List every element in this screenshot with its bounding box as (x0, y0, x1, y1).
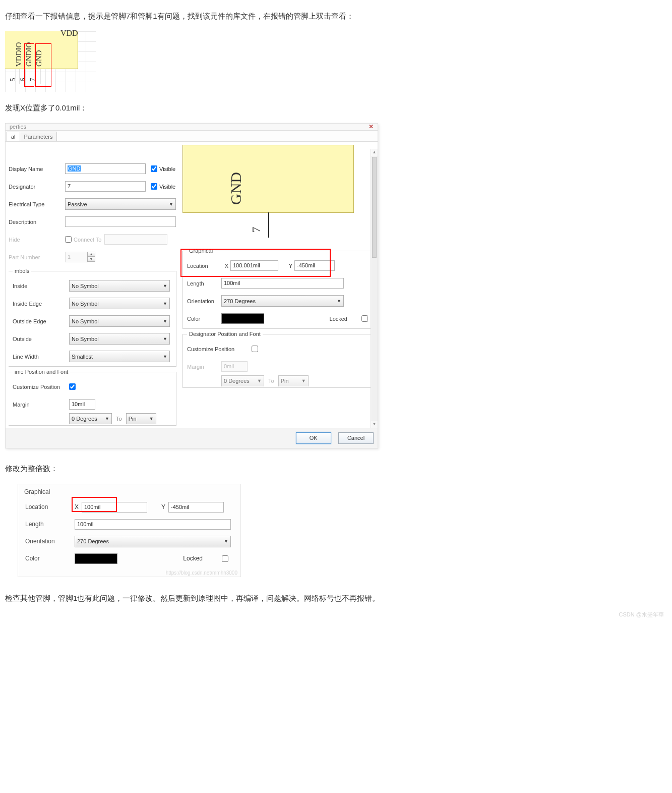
input-length-2[interactable]: 100mil (75, 519, 231, 530)
label-inside-edge: Inside Edge (13, 301, 69, 307)
highlight-box-pin6 (24, 43, 34, 87)
label-outside: Outside (13, 336, 69, 342)
label-y-2: Y (147, 503, 165, 511)
paragraph-4: 检查其他管脚，管脚1也有此问题，一律修改。然后更新到原理图中，再编译，问题解决。… (5, 592, 667, 604)
graphical-fixed-box: Graphical Location X 100mil Y -450mil Le… (18, 484, 241, 577)
close-icon[interactable]: ✕ (369, 124, 374, 130)
label-desig-to: To (268, 378, 274, 384)
paragraph-3: 修改为整倍数： (5, 463, 667, 475)
input-desig-margin: 0mil (221, 361, 248, 372)
checkbox-locked[interactable] (361, 315, 368, 322)
label-electrical-type: Electrical Type (9, 201, 65, 207)
label-visible-2: Visible (159, 184, 175, 190)
input-location-y-2[interactable]: -450mil (168, 502, 224, 513)
label-customize-desig: Customize Position (187, 346, 252, 352)
combo-inside-edge[interactable]: No Symbol▼ (69, 298, 170, 309)
group-graphical-2: Graphical (24, 488, 233, 495)
checkbox-visible-designator[interactable] (151, 183, 157, 190)
highlight-box-location (180, 249, 331, 277)
pin-preview: GND (182, 145, 354, 213)
watermark-csdn: CSDN @水墨年華 (619, 611, 664, 618)
checkbox-customize-desig-position[interactable] (252, 346, 258, 352)
checkbox-visible-name[interactable] (151, 165, 157, 172)
combo-orientation[interactable]: 270 Degrees▼ (221, 295, 344, 307)
combo-inside[interactable]: No Symbol▼ (69, 280, 170, 292)
label-orientation-2: Orientation (25, 538, 75, 545)
highlight-box-pin7 (35, 43, 51, 87)
input-description[interactable] (65, 216, 176, 227)
input-name-margin[interactable]: 10mil (69, 399, 95, 410)
tab-parameters[interactable]: Parameters (20, 132, 57, 141)
scroll-up-icon[interactable]: ▲ (371, 149, 378, 156)
dialog-titlebar: perties ✕ (6, 124, 378, 131)
scroll-down-icon[interactable]: ▼ (371, 421, 378, 428)
spinner-part-number[interactable]: ▲▼ (87, 252, 95, 262)
checkbox-hide[interactable] (65, 236, 72, 243)
combo-outside-edge[interactable]: No Symbol▼ (69, 315, 170, 327)
label-color-2: Color (25, 555, 75, 562)
label-length-2: Length (25, 521, 75, 528)
input-length[interactable]: 100mil (221, 278, 344, 289)
dialog-title-text: perties (10, 124, 26, 130)
label-vdd: VDD (60, 29, 78, 38)
label-connect-to: Connect To (74, 237, 101, 243)
input-display-name[interactable]: GND (65, 163, 146, 174)
highlight-box-x-fixed (72, 497, 117, 512)
combo-outside[interactable]: No Symbol▼ (69, 333, 170, 345)
combo-desig-to: Pin▼ (278, 375, 309, 386)
combo-desig-orientation: 0 Degrees▼ (221, 375, 264, 386)
label-customize-position: Customize Position (13, 384, 69, 390)
label-description: Description (9, 219, 65, 225)
tab-logical[interactable]: al (7, 132, 20, 141)
label-hide: Hide (9, 237, 65, 243)
label-locked-2: Locked (183, 555, 203, 562)
label-location-2: Location (25, 503, 75, 511)
paragraph-1: 仔细查看一下报错信息，提示是管脚7和管脚1有问题，找到该元件的库文件，在报错的管… (5, 10, 667, 22)
checkbox-locked-2[interactable] (222, 555, 228, 562)
label-line-width: Line Width (13, 354, 69, 360)
dialog-button-row: OK Cancel (6, 428, 378, 448)
label-color: Color (187, 316, 221, 322)
ok-button[interactable]: OK (296, 432, 331, 444)
preview-pin-name: GND (227, 172, 244, 205)
label-visible-1: Visible (159, 166, 175, 172)
group-name-position: ime Position and Font (13, 369, 70, 375)
pin5-name: VDDIO (15, 42, 23, 67)
input-part-number: 1 (65, 252, 88, 262)
paragraph-2: 发现X位置多了0.01mil： (5, 102, 667, 114)
label-display-name: Display Name (9, 166, 65, 172)
checkbox-customize-name-position[interactable] (69, 383, 76, 390)
combo-line-width[interactable]: Smallest▼ (69, 351, 170, 362)
group-symbols: mbols (13, 268, 31, 274)
cancel-button[interactable]: Cancel (338, 432, 374, 444)
label-outside-edge: Outside Edge (13, 318, 69, 324)
pins-diagram: VDD VDDIO GNDIO GND 5 6 7 (5, 31, 96, 92)
color-swatch[interactable] (221, 313, 264, 324)
preview-pin-num: 7 (250, 227, 263, 233)
preview-pin-line (268, 212, 269, 238)
input-designator[interactable]: 7 (65, 181, 146, 192)
combo-name-orientation[interactable]: 0 Degrees▼ (69, 413, 112, 424)
group-designator-position: Designator Position and Font (187, 331, 263, 337)
color-swatch-2[interactable] (75, 553, 117, 564)
label-length: Length (187, 280, 221, 287)
vertical-scrollbar[interactable]: ▲ ▼ (371, 149, 378, 428)
label-designator: Designator (9, 184, 65, 190)
input-connect-to (104, 234, 167, 245)
scroll-thumb[interactable] (372, 157, 377, 258)
label-inside: Inside (13, 283, 69, 289)
label-desig-margin: Margin (187, 364, 221, 370)
label-margin: Margin (13, 402, 69, 408)
pin5-num: 5 (9, 78, 17, 82)
label-to: To (116, 416, 122, 422)
label-orientation: Orientation (187, 298, 221, 304)
label-part-number: Part Number (9, 254, 65, 260)
watermark-url: https://blog.csdn.net/mmhh3000 (18, 569, 240, 577)
combo-electrical-type[interactable]: Passive▼ (65, 198, 176, 210)
label-locked: Locked (330, 316, 347, 322)
combo-name-to[interactable]: Pin▼ (126, 413, 156, 424)
tab-strip: al Parameters (6, 131, 378, 142)
combo-orientation-2[interactable]: 270 Degrees▼ (75, 536, 231, 547)
pin-properties-dialog: perties ✕ al Parameters Display Name GND… (5, 123, 378, 448)
